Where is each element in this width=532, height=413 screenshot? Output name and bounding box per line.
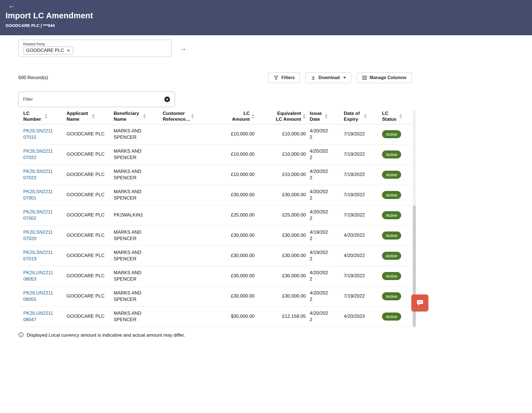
lc-status-badge: Active	[382, 191, 401, 199]
lc-amount-cell: £30,000.00	[226, 250, 258, 261]
table-filter-field[interactable]	[18, 92, 175, 107]
sort-icon	[191, 114, 194, 119]
manage-columns-button-label: Manage Columns	[370, 75, 406, 80]
lc-number-link[interactable]: PK2ILSN221107015	[23, 128, 55, 140]
lc-number-link[interactable]: PK2ILSN221107001	[23, 189, 55, 201]
column-header-beneficiary-name[interactable]: Beneficiary Name	[111, 109, 160, 124]
lc-status-cell: Active	[378, 310, 412, 323]
lc-number-cell: PK2ILSN221107020	[18, 227, 64, 244]
customer-reference-cell	[160, 314, 226, 319]
lc-number-link[interactable]: PK2ILUN221108055	[23, 290, 55, 302]
applicant-name-cell: GOODCARE PLC	[64, 129, 111, 139]
date-of-expiry-cell: 7/19/2022	[340, 149, 378, 160]
column-header-date-of-expiry[interactable]: Date of Expiry	[340, 109, 378, 124]
related-party-field[interactable]: Related Party GOODCARE PLC ✕	[18, 40, 172, 57]
sort-icon	[92, 114, 95, 119]
back-icon[interactable]: ←	[8, 2, 15, 9]
lc-status-cell: Active	[378, 270, 412, 283]
date-of-expiry-cell: 7/19/2022	[340, 169, 378, 180]
filters-button[interactable]: Filters	[268, 72, 300, 83]
column-label: LC Amount	[231, 110, 250, 122]
lc-number-link[interactable]: PK2ILSN221107020	[23, 229, 55, 241]
applicant-name-cell: GOODCARE PLC	[64, 250, 111, 261]
column-header-applicant-name[interactable]: Applicant Name	[64, 109, 111, 124]
applicant-name-cell: GOODCARE PLC	[64, 149, 111, 160]
lc-status-badge: Active	[382, 211, 401, 220]
lc-number-link[interactable]: PK2ILSN221107022	[23, 148, 55, 160]
clear-filter-icon[interactable]	[164, 96, 170, 102]
equivalent-lc-amount-cell: £30,000.00	[258, 291, 310, 301]
date-of-expiry-cell: 4/20/2023	[340, 311, 378, 322]
info-icon	[18, 332, 24, 339]
filter-input[interactable]	[23, 97, 164, 102]
currency-disclaimer: Displayed Local currency amount is indic…	[27, 333, 185, 338]
lc-number-link[interactable]: PK2ILUN221108053	[23, 270, 55, 282]
lc-number-link[interactable]: PK2ILSN221107023	[23, 168, 55, 181]
related-party-label: Related Party	[23, 42, 167, 46]
applicant-name-cell: GOODCARE PLC	[64, 210, 111, 220]
beneficiary-name-cell: MARKS AND SPENCER	[111, 187, 160, 203]
lc-number-link[interactable]: PK2ILUN221108047	[23, 310, 55, 323]
download-icon	[311, 75, 316, 80]
column-label: LC Number	[23, 110, 43, 122]
customer-reference-cell	[160, 233, 226, 238]
column-header-lc-amount[interactable]: LC Amount	[226, 109, 258, 124]
customer-reference-cell	[160, 193, 226, 197]
table-row: PK2ILUN221108055 GOODCARE PLC MARKS AND …	[18, 286, 412, 307]
chip-remove-icon[interactable]: ✕	[67, 49, 70, 52]
columns-icon	[362, 75, 367, 80]
table-row: PK2ILUN221108053 GOODCARE PLC MARKS AND …	[18, 266, 412, 286]
lc-number-cell: PK2ILSN221107022	[18, 146, 64, 163]
chevron-down-icon	[343, 77, 346, 79]
lc-amount-cell: £30,000.00	[226, 291, 258, 301]
date-of-expiry-cell: 4/20/2022	[340, 230, 378, 241]
column-label: LC Status	[382, 110, 398, 122]
sort-icon	[303, 114, 306, 119]
equivalent-lc-amount-cell: £25,000.00	[258, 210, 310, 220]
date-of-expiry-cell: 7/19/2022	[340, 190, 378, 200]
beneficiary-name-cell: MARKS AND SPENCER	[111, 166, 160, 183]
lc-number-cell: PK2ILUN221108053	[18, 268, 64, 284]
column-header-lc-status[interactable]: LC Status	[378, 109, 412, 124]
column-header-equivalent-lc-amount[interactable]: Equivalent LC Amount	[258, 109, 310, 124]
lc-number-link[interactable]: PK2ILSN221107002	[23, 209, 55, 221]
date-of-expiry-cell: 4/20/2022	[340, 250, 378, 261]
lc-amount-cell: £25,000.00	[226, 210, 258, 220]
table-row: PK2ILUN221108047 GOODCARE PLC MARKS AND …	[18, 307, 412, 327]
apply-arrow-icon[interactable]: →	[180, 45, 187, 52]
table-row: PK2ILSN221107001 GOODCARE PLC MARKS AND …	[18, 185, 412, 205]
table-row: PK2ILSN221107015 GOODCARE PLC MARKS AND …	[18, 124, 412, 145]
manage-columns-button[interactable]: Manage Columns	[357, 72, 412, 83]
column-header-lc-number[interactable]: LC Number	[18, 109, 64, 124]
lc-number-link[interactable]: PK2ILSN221107019	[23, 250, 55, 262]
lc-status-cell: Active	[378, 189, 412, 202]
chat-widget-button[interactable]	[411, 294, 428, 311]
issue-date-cell: 4/19/2022	[310, 247, 340, 264]
filter-funnel-icon	[274, 75, 279, 80]
beneficiary-name-cell: MARKS AND SPENCER	[111, 126, 160, 142]
sort-icon	[44, 114, 47, 119]
applicant-name-cell: GOODCARE PLC	[64, 169, 111, 180]
table-row: PK2ILSN221107019 GOODCARE PLC MARKS AND …	[18, 246, 412, 266]
issue-date-cell: 4/20/2022	[310, 146, 340, 163]
column-header-customer-reference[interactable]: Customer Reference…	[160, 109, 226, 124]
applicant-name-cell: GOODCARE PLC	[64, 291, 111, 301]
column-label: Beneficiary Name	[114, 110, 141, 122]
customer-reference-cell	[160, 173, 226, 177]
issue-date-cell: 4/19/2022	[310, 227, 340, 244]
filters-button-label: Filters	[281, 75, 295, 80]
lc-status-cell: Active	[378, 229, 412, 242]
download-button[interactable]: Download	[306, 72, 351, 83]
lc-status-badge: Active	[382, 171, 401, 179]
date-of-expiry-cell: 7/19/2022	[340, 271, 378, 281]
equivalent-lc-amount-cell: £30,000.00	[258, 250, 310, 261]
page-subtitle: GOODCARE PLC | ***044	[6, 23, 532, 28]
lc-status-badge: Active	[382, 231, 401, 240]
issue-date-cell: 4/20/2022	[310, 288, 340, 304]
column-header-issue-date[interactable]: Issue Date	[310, 109, 340, 124]
lc-amount-cell: £10,000.00	[226, 149, 258, 160]
page-title: Import LC Amendment	[6, 11, 532, 20]
lc-status-badge: Active	[382, 150, 401, 159]
lc-number-cell: PK2ILUN221108055	[18, 288, 64, 304]
lc-number-cell: PK2ILSN221107002	[18, 207, 64, 223]
